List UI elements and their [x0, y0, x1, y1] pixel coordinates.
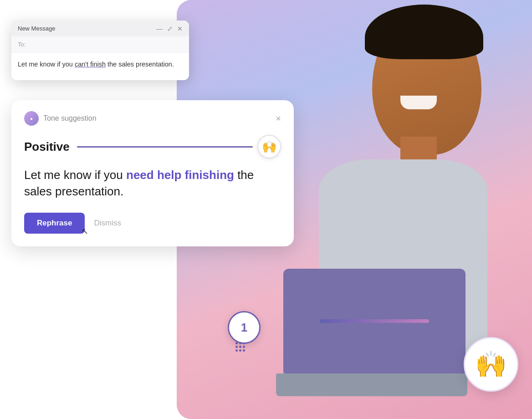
- notification-badge[interactable]: 1: [228, 311, 261, 344]
- tone-name-label: Positive: [24, 140, 70, 154]
- tone-suggestion-card: ● Tone suggestion × Positive 🙌 Let me kn…: [11, 100, 294, 246]
- close-button[interactable]: ✕: [177, 26, 183, 32]
- tone-card-header: ● Tone suggestion ×: [24, 111, 281, 126]
- email-to-row: To:: [11, 36, 189, 53]
- email-window-controls: — ⤢ ✕: [156, 26, 183, 32]
- large-emoji: 🙌: [475, 349, 507, 379]
- cursor-icon: ↖: [82, 226, 88, 236]
- email-body-part1: Let me know if you: [18, 61, 75, 68]
- rephrase-button-wrapper: Rephrase ↖: [24, 213, 85, 234]
- email-window: New Message — ⤢ ✕ To: Let me know if you…: [11, 20, 189, 80]
- dot-9: [243, 349, 245, 352]
- tone-header-label: Tone suggestion: [43, 114, 97, 123]
- dot-5: [239, 346, 241, 348]
- dot-8: [239, 349, 241, 352]
- tone-suggestion-text: Let me know if you need help finishing t…: [24, 167, 281, 200]
- tone-positive-row: Positive 🙌: [24, 135, 281, 158]
- tone-close-button[interactable]: ×: [276, 114, 281, 123]
- email-body-part2: the sales presentation.: [106, 61, 174, 68]
- suggestion-highlight: need help finishing: [126, 168, 234, 182]
- maximize-button[interactable]: ⤢: [167, 26, 173, 32]
- suggestion-part1: Let me know if you: [24, 168, 126, 182]
- email-titlebar: New Message — ⤢ ✕: [11, 20, 189, 36]
- dot-7: [235, 349, 238, 352]
- tone-header-left: ● Tone suggestion: [24, 111, 97, 126]
- dismiss-button[interactable]: Dismiss: [94, 219, 121, 228]
- tone-slider[interactable]: 🙌: [77, 135, 281, 158]
- tone-emoji: 🙌: [262, 140, 276, 154]
- dot-6: [243, 346, 245, 348]
- minimize-button[interactable]: —: [156, 26, 163, 32]
- tone-actions: Rephrase ↖ Dismiss: [24, 213, 281, 234]
- email-window-title: New Message: [18, 25, 55, 32]
- email-body-underline: can't finish: [75, 61, 106, 68]
- tone-slider-track: [77, 146, 253, 148]
- email-body[interactable]: Let me know if you can't finish the sale…: [11, 53, 189, 80]
- notification-count: 1: [241, 321, 247, 335]
- email-to-label: To:: [18, 41, 26, 48]
- tone-icon-circle: ●: [24, 111, 39, 126]
- tone-dot-icon: ●: [30, 116, 33, 121]
- tone-emoji-bubble: 🙌: [257, 135, 281, 158]
- dot-4: [235, 346, 238, 348]
- rephrase-button[interactable]: Rephrase: [24, 213, 85, 234]
- large-emoji-circle: 🙌: [464, 337, 518, 392]
- scene: New Message — ⤢ ✕ To: Let me know if you…: [0, 0, 532, 419]
